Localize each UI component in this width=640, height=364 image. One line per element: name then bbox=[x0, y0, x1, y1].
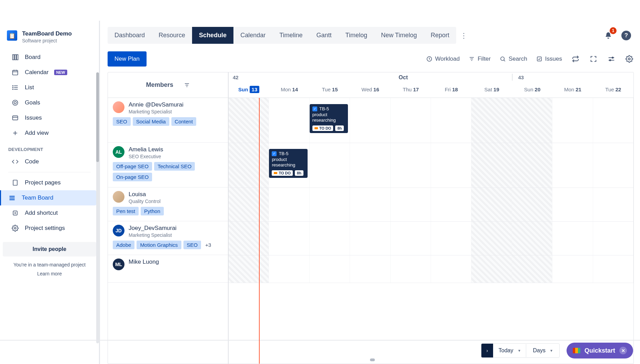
day-header[interactable]: Wed16 bbox=[350, 84, 390, 98]
row-divider bbox=[229, 255, 633, 255]
day-header[interactable]: Tue22 bbox=[593, 84, 633, 98]
sidebar-item-add-shortcut[interactable]: Add shortcut bbox=[3, 205, 96, 221]
day-header[interactable]: Sun 13 bbox=[229, 84, 269, 98]
sidebar-scrollbar[interactable] bbox=[96, 72, 99, 343]
member-tags: Off-page SEOTechnical SEOOn-page SEO bbox=[113, 162, 223, 181]
sidebar-item-team-board[interactable]: Team Board bbox=[0, 190, 96, 205]
svg-rect-15 bbox=[13, 116, 18, 120]
day-header[interactable]: Thu17 bbox=[391, 84, 431, 98]
nav-forward-button[interactable]: › bbox=[481, 344, 493, 357]
tab-more-icon[interactable]: ⋮ bbox=[456, 28, 471, 43]
project-title: TeamBoard Demo bbox=[22, 30, 72, 37]
view-scale-dropdown[interactable]: Days▾ bbox=[526, 344, 559, 357]
sync-button[interactable] bbox=[571, 54, 580, 63]
date-navigator: › Today▾ Days▾ bbox=[481, 343, 560, 358]
svg-point-12 bbox=[13, 89, 13, 90]
sidebar-item-calendar[interactable]: Calendar NEW bbox=[3, 65, 96, 80]
day-header[interactable]: Sun20 bbox=[512, 84, 552, 98]
svg-point-37 bbox=[610, 60, 611, 61]
invite-people-button[interactable]: Invite people bbox=[3, 242, 96, 256]
tab-resource[interactable]: Resource bbox=[152, 27, 192, 44]
svg-rect-21 bbox=[10, 198, 15, 199]
day-header[interactable]: Sat19 bbox=[471, 84, 512, 98]
timeline[interactable]: 42 Oct 43 Sun 13Mon14Tue15Wed16Thu17Fri1… bbox=[229, 72, 633, 364]
task-icon bbox=[536, 56, 542, 62]
today-dropdown[interactable]: Today▾ bbox=[493, 344, 526, 357]
fullscreen-button[interactable] bbox=[589, 54, 598, 63]
sliders-icon bbox=[608, 55, 615, 63]
day-header[interactable]: Mon21 bbox=[552, 84, 593, 98]
member-tag: Content bbox=[171, 117, 197, 126]
avatar: AL bbox=[113, 146, 124, 158]
member-tags: Pen testPython bbox=[113, 207, 223, 215]
sidebar-item-list[interactable]: List bbox=[3, 80, 96, 95]
week-separator bbox=[512, 74, 512, 81]
workload-button[interactable]: Workload bbox=[426, 55, 460, 62]
member-row[interactable]: ML Mike Luong bbox=[108, 255, 228, 283]
issues-button[interactable]: Issues bbox=[536, 55, 562, 62]
svg-rect-1 bbox=[14, 55, 16, 60]
tabs: Dashboard Resource Schedule Calendar Tim… bbox=[108, 27, 456, 44]
members-filter-button[interactable] bbox=[184, 82, 190, 88]
tab-dashboard[interactable]: Dashboard bbox=[108, 27, 152, 44]
tab-calendar[interactable]: Calendar bbox=[233, 27, 272, 44]
member-tags: AdobeMotion GraphicsSEO+3 bbox=[113, 241, 223, 249]
member-role: Marketing Specialist bbox=[129, 109, 183, 114]
settings-button[interactable] bbox=[625, 54, 634, 63]
sliders-button[interactable] bbox=[607, 54, 616, 63]
svg-rect-33 bbox=[537, 57, 541, 61]
close-icon[interactable]: ✕ bbox=[619, 347, 627, 354]
avatar bbox=[113, 101, 124, 113]
filter-button[interactable]: Filter bbox=[469, 55, 491, 62]
horizontal-scroll-thumb[interactable] bbox=[370, 358, 375, 361]
search-button[interactable]: Search bbox=[500, 55, 527, 62]
new-plan-button[interactable]: New Plan bbox=[108, 51, 147, 67]
tab-timelog[interactable]: Timelog bbox=[339, 27, 374, 44]
sidebar-item-goals[interactable]: Goals bbox=[3, 95, 96, 110]
timeline-body[interactable]: ✓TB-5 product researching TO DO8h✓TB-5 p… bbox=[229, 98, 633, 283]
member-tag: Technical SEO bbox=[154, 162, 195, 171]
learn-more-link[interactable]: Learn more bbox=[0, 270, 99, 278]
chevron-down-icon: ▾ bbox=[550, 348, 552, 353]
sidebar-item-add-view[interactable]: Add view bbox=[3, 125, 96, 141]
day-header[interactable]: Mon14 bbox=[269, 84, 309, 98]
task-card[interactable]: ✓TB-5 product researching TO DO8h bbox=[269, 149, 308, 178]
members-header-label: Members bbox=[146, 81, 173, 89]
sidebar-item-code[interactable]: Code bbox=[3, 154, 96, 169]
row-divider bbox=[229, 221, 633, 222]
sidebar-item-issues[interactable]: Issues bbox=[3, 110, 96, 125]
member-tag: Pen test bbox=[113, 207, 139, 215]
tab-timeline[interactable]: Timeline bbox=[272, 27, 309, 44]
tab-report[interactable]: Report bbox=[424, 27, 456, 44]
member-tag: SEO bbox=[113, 117, 131, 126]
sidebar-item-board[interactable]: Board bbox=[3, 50, 96, 65]
timeline-header: 42 Oct 43 Sun 13Mon14Tue15Wed16Thu17Fri1… bbox=[229, 72, 633, 98]
avatar: ML bbox=[113, 259, 124, 270]
issues-icon bbox=[11, 114, 19, 122]
notifications-button[interactable]: 1 bbox=[602, 29, 614, 42]
day-header[interactable]: Tue15 bbox=[310, 84, 350, 98]
member-tag-more[interactable]: +3 bbox=[203, 241, 213, 249]
sidebar-item-project-pages[interactable]: Project pages bbox=[3, 175, 96, 190]
sidebar-item-label: Goals bbox=[25, 99, 40, 106]
member-row[interactable]: JD Joey_DevSamurai Marketing Specialist … bbox=[108, 221, 228, 255]
svg-rect-3 bbox=[13, 70, 18, 75]
tab-new-timelog[interactable]: New Timelog bbox=[374, 27, 424, 44]
chevron-down-icon: ▾ bbox=[518, 348, 520, 353]
team-managed-note: You're in a team-managed project bbox=[0, 260, 99, 270]
tab-schedule[interactable]: Schedule bbox=[192, 27, 233, 44]
sidebar-item-label: Calendar bbox=[25, 69, 49, 76]
task-card[interactable]: ✓TB-5 product researching TO DO8h bbox=[310, 104, 348, 133]
help-button[interactable]: ? bbox=[621, 31, 631, 40]
member-name: Mike Luong bbox=[129, 259, 159, 265]
gear-icon bbox=[626, 55, 633, 63]
quickstart-button[interactable]: Quickstart ✕ bbox=[567, 343, 633, 358]
sidebar-item-project-settings[interactable]: Project settings bbox=[3, 221, 96, 236]
member-row[interactable]: AL Amelia Lewis SEO Executive Off-page S… bbox=[108, 143, 228, 188]
svg-rect-0 bbox=[13, 55, 14, 60]
member-row[interactable]: Louisa Quality Control Pen testPython bbox=[108, 188, 228, 221]
sidebar-item-label: Project settings bbox=[25, 225, 65, 232]
member-row[interactable]: Annie @DevSamurai Marketing Specialist S… bbox=[108, 98, 228, 143]
day-header[interactable]: Fri18 bbox=[431, 84, 471, 98]
tab-gantt[interactable]: Gantt bbox=[310, 27, 339, 44]
